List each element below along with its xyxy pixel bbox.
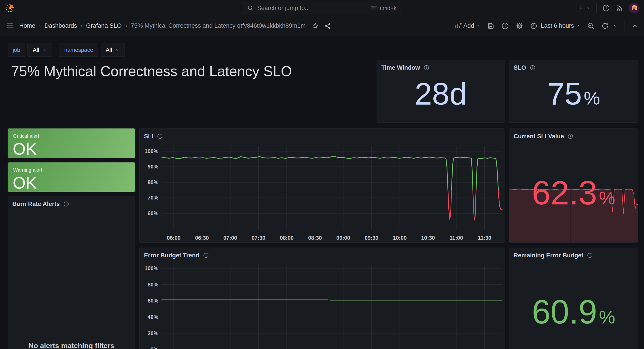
time-range-label: Last 6 hours [541,22,574,29]
share-icon [324,22,332,30]
info-icon[interactable] [203,253,209,258]
svg-text:06:00: 06:00 [167,235,180,241]
divider [596,3,596,13]
warning-alert-status: OK [13,175,135,191]
svg-text:08:30: 08:30 [308,235,322,241]
grafana-logo-icon[interactable] [5,3,15,13]
panel-title: Current SLI Value [514,133,564,140]
svg-text:0%: 0% [150,346,158,349]
panel-header[interactable]: Current SLI Value [509,129,638,141]
template-variables: job All namespace All [8,43,129,57]
svg-text:40%: 40% [148,314,158,320]
rss-icon [616,4,623,12]
search-input[interactable] [257,4,368,12]
dashboard-toolbar: Home › Dashboards › Grafana SLO › 75% My… [0,16,644,36]
refresh-icon [601,22,609,30]
panel-header[interactable]: Time Window [377,60,505,72]
sli-time-series-chart[interactable]: 06:0006:3007:0007:3008:0008:3009:0009:30… [140,129,505,242]
menu-button[interactable] [6,22,14,30]
breadcrumb-separator: › [125,22,127,29]
info-icon[interactable] [63,201,69,207]
zoom-out-icon [587,22,594,30]
panel-header[interactable]: SLI [140,129,505,141]
panel-title: Burn Rate Alerts [12,201,60,208]
chevron-down-icon [42,47,47,52]
svg-text:60%: 60% [148,210,158,216]
panel-remaining-error-budget: Remaining Error Budget 60.9 % [509,248,638,349]
save-dashboard-button[interactable] [487,22,495,30]
keyboard-icon [370,5,378,11]
current-sli-value: 62.3 [532,176,597,210]
search-icon [247,5,254,11]
refresh-interval-button[interactable] [612,23,618,28]
svg-text:06:30: 06:30 [195,235,209,241]
save-icon [487,22,495,30]
svg-text:100%: 100% [145,148,158,154]
svg-text:20%: 20% [148,330,158,336]
page-title: 75% Mythical Correctness and Latency SLO [11,63,292,79]
svg-text:80%: 80% [148,179,158,185]
caret-up-icon [632,22,638,29]
dashboard-insights-button[interactable] [501,22,509,30]
panel-header[interactable]: SLO [509,60,638,72]
info-icon[interactable] [157,133,163,139]
warning-alert-label: Warning alert [13,167,135,173]
refresh-button[interactable] [601,22,609,30]
info-icon[interactable] [568,133,573,139]
info-icon[interactable] [424,65,429,71]
critical-alert-label: Critical alert [13,133,135,139]
user-avatar[interactable] [629,3,640,13]
filter-job-value[interactable]: All [28,43,52,57]
chevron-down-icon [575,23,580,28]
favorite-button[interactable] [312,22,319,30]
breadcrumb-dashboards[interactable]: Dashboards [44,22,77,29]
panel-title: Time Window [381,64,420,71]
svg-text:10:30: 10:30 [421,235,435,241]
panel-critical-alert: Critical alert OK [8,128,135,158]
info-icon[interactable] [530,65,536,71]
filter-job-label[interactable]: job [8,43,25,57]
panel-slo: SLO 75 % [509,60,638,123]
filter-namespace-value[interactable]: All [100,43,125,57]
panel-title: Remaining Error Budget [514,252,584,259]
panel-title: SLO [514,64,526,71]
time-window-value: 28d [414,78,467,109]
top-bar-actions: ? [578,0,640,16]
panel-warning-alert: Warning alert OK [8,162,135,192]
svg-text:11:30: 11:30 [478,235,491,241]
filter-namespace-label[interactable]: namespace [59,43,98,57]
error-budget-trend-chart[interactable]: 100%80%60%40%20%0% [140,248,505,349]
zoom-out-button[interactable] [587,22,594,30]
collapse-toolbar-button[interactable] [632,22,638,29]
share-button[interactable] [324,22,332,30]
news-button[interactable] [616,4,623,12]
panel-header[interactable]: Error Budget Trend [140,248,505,260]
add-panel-button[interactable]: Add [454,22,480,30]
filter-namespace-selected: All [106,46,112,53]
new-button[interactable] [578,5,590,11]
bar-chart-add-icon [454,22,462,30]
panel-title: Error Budget Trend [144,252,200,259]
panel-current-sli-value: Current SLI Value 62.3 % [509,128,638,243]
panel-header[interactable]: Remaining Error Budget [509,248,638,260]
svg-text:07:00: 07:00 [224,235,237,241]
remaining-error-budget-value: 60.9 [532,295,597,329]
time-range-picker[interactable]: Last 6 hours [530,22,580,30]
breadcrumb-separator: › [80,22,82,29]
info-icon[interactable] [587,253,593,258]
dashboard-settings-button[interactable] [516,22,523,30]
svg-text:11:00: 11:00 [450,235,463,241]
menu-icon [6,22,14,30]
chevron-down-icon [476,23,480,28]
toolbar-actions: Add [454,21,638,31]
chevron-down-icon [586,5,590,10]
breadcrumb-folder[interactable]: Grafana SLO [86,22,122,29]
panel-burn-rate-alerts: Burn Rate Alerts No alerts matching filt… [8,196,135,349]
breadcrumb-current: 75% Mythical Correctness and Latency qtf… [131,22,306,29]
global-search[interactable]: cmd+k [242,2,401,14]
panel-header[interactable]: Burn Rate Alerts [8,196,135,208]
help-button[interactable]: ? [602,4,610,12]
svg-text:08:00: 08:00 [280,235,294,241]
svg-text:90%: 90% [148,164,158,170]
breadcrumb-home[interactable]: Home [19,22,35,29]
